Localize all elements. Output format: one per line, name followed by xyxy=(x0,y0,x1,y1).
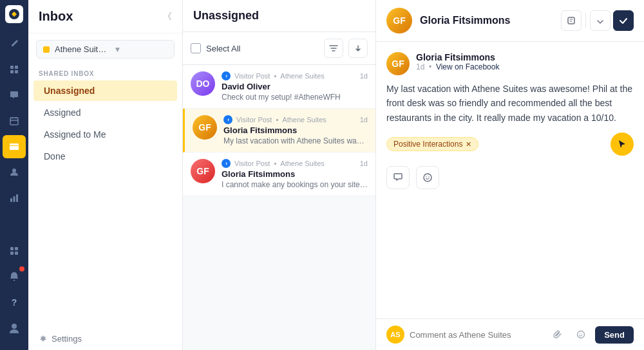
svg-rect-7 xyxy=(10,198,12,202)
middle-header: Unassigned xyxy=(183,0,375,32)
view-on-facebook-link[interactable]: View on Facebook xyxy=(436,62,500,71)
message-author-name: Gloria Fitsimmons xyxy=(416,52,499,62)
positive-interactions-tag: Positive Interactions ✕ xyxy=(386,137,478,151)
svg-rect-2 xyxy=(15,66,18,69)
tag-label: Positive Interactions xyxy=(393,140,462,149)
contact-name: Gloria Fitsimmons xyxy=(420,15,553,26)
label-button[interactable] xyxy=(561,10,582,31)
sidebar-item-assigned-to-me[interactable]: Assigned to Me xyxy=(33,124,177,145)
sidebar-item-unassigned[interactable]: Unassigned xyxy=(33,80,177,101)
help-icon[interactable]: ? xyxy=(3,291,26,314)
contacts-icon[interactable] xyxy=(3,161,26,184)
left-navigation: ? xyxy=(0,0,28,350)
select-all-checkbox[interactable] xyxy=(191,43,201,53)
table-row[interactable]: DO Visitor Post • Athene Suites 1d David… xyxy=(183,65,375,109)
table-row[interactable]: GF Visitor Post • Athene Suites 1d Glori… xyxy=(183,152,375,196)
send-button[interactable]: Send xyxy=(595,326,634,344)
collapse-icon[interactable]: 《 xyxy=(163,11,172,23)
conversations-icon[interactable] xyxy=(3,84,26,107)
conv-name: David Oliver xyxy=(222,82,368,91)
svg-point-22 xyxy=(578,331,585,338)
svg-rect-9 xyxy=(16,194,18,202)
middle-toolbar: Select All xyxy=(183,32,375,65)
filter-button[interactable] xyxy=(324,39,343,58)
user-avatar-nav[interactable] xyxy=(3,317,26,340)
more-options-button[interactable] xyxy=(590,10,611,31)
right-panel-content: GF Gloria Fitsimmons 1d • View on Facebo… xyxy=(376,42,644,318)
attachment-icon[interactable] xyxy=(549,326,567,344)
message-meta: Gloria Fitsimmons 1d • View on Facebook xyxy=(416,52,499,71)
table-row[interactable]: GF Visitor Post • Athene Suites 1d Glori… xyxy=(183,109,375,152)
svg-rect-18 xyxy=(568,17,574,24)
conv-brand: Athene Suites xyxy=(282,116,327,124)
header-divider xyxy=(585,13,586,28)
conversation-body: Visitor Post • Athene Suites 1d Gloria F… xyxy=(222,159,368,189)
reply-avatar-initials: AS xyxy=(390,331,400,338)
sidebar-item-done[interactable]: Done xyxy=(33,146,177,167)
inbox-selector[interactable]: Athene Suites - A... ▼ xyxy=(36,40,175,59)
conv-preview: Check out my setup! #AtheneWFH xyxy=(222,93,368,102)
message-author-row: GF Gloria Fitsimmons 1d • View on Facebo… xyxy=(386,52,634,75)
conv-brand: Athene Suites xyxy=(280,160,325,167)
conv-meta: Visitor Post • Athene Suites 1d xyxy=(222,159,368,168)
notification-badge xyxy=(19,266,24,272)
svg-rect-5 xyxy=(10,118,18,125)
sidebar-header: Inbox 《 xyxy=(28,0,182,33)
conv-meta: Visitor Post • Athene Suites 1d xyxy=(223,115,368,124)
sidebar-title: Inbox xyxy=(39,9,73,24)
cursor-indicator xyxy=(611,133,634,156)
comment-input[interactable] xyxy=(410,330,544,340)
sort-button[interactable] xyxy=(348,39,368,58)
svg-point-24 xyxy=(582,333,582,334)
conv-preview: I cannot make any bookings on your site.… xyxy=(222,180,368,189)
reaction-icon-button[interactable] xyxy=(416,166,439,189)
tag-remove-icon[interactable]: ✕ xyxy=(466,140,471,149)
reply-avatar: AS xyxy=(386,326,404,344)
resolve-button[interactable] xyxy=(613,10,634,31)
svg-rect-13 xyxy=(15,252,18,255)
facebook-icon xyxy=(222,71,231,80)
settings-label: Settings xyxy=(52,334,82,344)
svg-rect-12 xyxy=(10,252,14,255)
conv-time: 1d xyxy=(360,72,368,80)
dashboard-icon[interactable] xyxy=(3,58,26,81)
svg-rect-10 xyxy=(10,247,14,250)
calendar-icon[interactable] xyxy=(3,109,26,133)
select-all-label: Select All xyxy=(206,44,319,53)
conv-name: Gloria Fitsimmons xyxy=(222,169,368,179)
reports-icon[interactable] xyxy=(3,187,26,210)
svg-rect-1 xyxy=(10,66,14,69)
conversation-list: DO Visitor Post • Athene Suites 1d David… xyxy=(183,65,375,350)
message-card: GF Gloria Fitsimmons 1d • View on Facebo… xyxy=(386,52,634,189)
contact-avatar: GF xyxy=(386,8,412,33)
sidebar: Inbox 《 Athene Suites - A... ▼ SHARED In… xyxy=(28,0,183,350)
conv-source-label: Visitor Post xyxy=(236,116,272,124)
inbox-nav-icon[interactable] xyxy=(3,135,26,158)
right-panel-footer: AS Send xyxy=(376,318,644,350)
conversation-body: Visitor Post • Athene Suites 1d David Ol… xyxy=(222,71,368,102)
bell-icon[interactable] xyxy=(3,265,26,288)
compose-icon[interactable] xyxy=(3,32,26,55)
sidebar-item-assigned[interactable]: Assigned xyxy=(33,102,177,123)
app-logo xyxy=(5,5,23,23)
svg-rect-4 xyxy=(15,70,18,73)
apps-icon[interactable] xyxy=(3,239,26,262)
comment-icon-button[interactable] xyxy=(386,166,410,189)
avatar: GF xyxy=(193,115,217,140)
svg-rect-11 xyxy=(15,247,18,250)
settings-link[interactable]: Settings xyxy=(28,327,182,350)
svg-point-20 xyxy=(426,176,427,178)
svg-point-21 xyxy=(428,176,430,178)
middle-panel-title: Unassigned xyxy=(193,9,365,23)
svg-rect-3 xyxy=(10,70,14,73)
avatar: GF xyxy=(191,159,215,183)
svg-point-19 xyxy=(424,174,431,181)
svg-point-23 xyxy=(580,333,580,334)
emoji-icon[interactable] xyxy=(572,326,590,344)
inbox-selector-label: Athene Suites - A... xyxy=(55,44,109,54)
tag-row: Positive Interactions ✕ xyxy=(386,133,634,156)
conv-source-label: Visitor Post xyxy=(234,72,270,80)
svg-rect-8 xyxy=(14,196,15,202)
svg-point-14 xyxy=(12,324,17,329)
conv-name: Gloria Fitsimmons xyxy=(223,125,368,135)
